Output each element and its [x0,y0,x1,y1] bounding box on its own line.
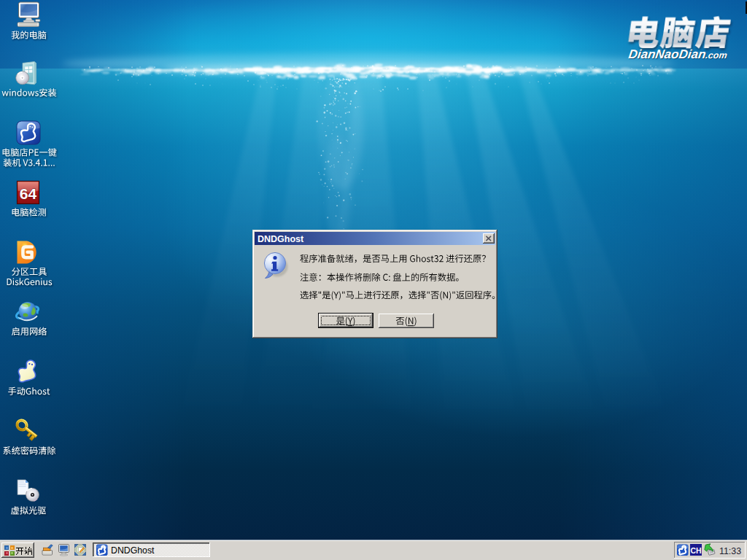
svg-text:CH: CH [690,546,701,555]
svg-text:11:33: 11:33 [719,546,741,556]
svg-text:64: 64 [20,185,37,202]
svg-text:DNDGhost: DNDGhost [111,545,155,556]
svg-text:DNDGhost: DNDGhost [258,234,304,244]
